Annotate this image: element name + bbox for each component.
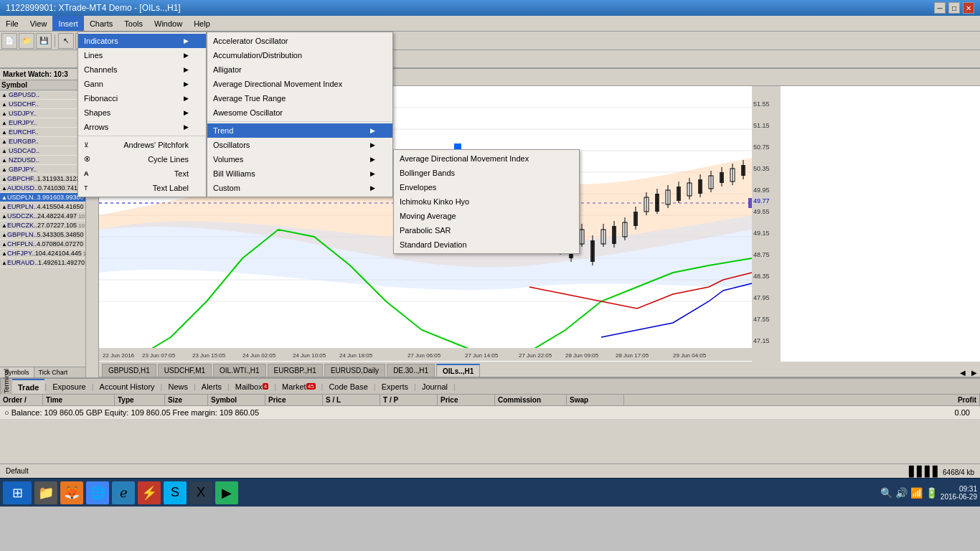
mw-row-chfpln[interactable]: ▲ CHFPLN.. 4.07080 4.07270 10:31:32 [0, 240, 85, 249]
taskbar-skype[interactable]: S [164, 481, 187, 504]
col-time[interactable]: Time [43, 395, 115, 405]
menu-cycle-lines[interactable]: ⦿ Cycle Lines [78, 152, 206, 166]
taskbar-app3[interactable]: ▶ [215, 481, 238, 504]
taskbar-ie[interactable]: ℯ [112, 481, 135, 504]
start-button[interactable]: ⊞ [3, 481, 32, 504]
menu-text-label[interactable]: T Text Label [78, 181, 206, 195]
col-sl[interactable]: S / L [323, 395, 380, 405]
col-size[interactable]: Size [165, 395, 208, 405]
trend-parabolic-sar[interactable]: Parabolic SAR [394, 223, 579, 237]
taskbar-chrome[interactable]: 🌐 [86, 481, 109, 504]
chart-tab-de30[interactable]: DE.30..,H1 [387, 364, 435, 377]
menu-indicators[interactable]: Indicators ▶ [78, 34, 206, 48]
indicator-adx[interactable]: Average Directional Movement Index [207, 77, 392, 91]
mw-row-gbpusd[interactable]: ▲ GBPUSD.. [0, 90, 85, 100]
tab-mailbox[interactable]: Mailbox 4 [230, 379, 274, 394]
taskbar-app2[interactable]: X [189, 481, 212, 504]
open-btn[interactable]: 📁 [19, 33, 34, 49]
menu-channels[interactable]: Channels ▶ [78, 62, 206, 77]
taskbar-app1[interactable]: ⚡ [138, 481, 161, 504]
mw-row-usdcad[interactable]: ▲ USDCAD.. [0, 146, 85, 156]
mw-row-usdpln[interactable]: ▲ USDPLN.. 3.99160 3.99300 10:31:30 [0, 193, 85, 202]
tab-experts[interactable]: Experts [376, 379, 414, 394]
chart-tab-oilwti[interactable]: OIL.WTI.,H1 [213, 364, 266, 377]
mw-row-gbpchf[interactable]: ▲ GBPCHF.. 1.31193 1.31234 10:31:35 [0, 174, 85, 184]
tab-market[interactable]: Market 45 [276, 379, 321, 394]
maximize-button[interactable]: □ [948, 2, 960, 14]
menu-andrews-pitchfork[interactable]: ⊻ Andrews' Pitchfork [78, 138, 206, 152]
indicator-trend[interactable]: Trend ▶ [207, 123, 392, 138]
indicator-custom[interactable]: Custom ▶ [207, 181, 392, 195]
col-tp[interactable]: T / P [380, 395, 438, 405]
tab-codebase[interactable]: Code Base [323, 379, 373, 394]
tab-left-arrow[interactable]: ◀ [957, 369, 969, 377]
mw-row-eurpln[interactable]: ▲ EURPLN.. 4.41550 4.41650 10:31:31 [0, 202, 85, 212]
mw-row-eurjpy[interactable]: ▲ EURJPY.. [0, 118, 85, 128]
tab-alerts[interactable]: Alerts [196, 379, 227, 394]
menu-arrows[interactable]: Arrows ▶ [78, 120, 206, 134]
trend-ma[interactable]: Moving Average [394, 209, 579, 223]
menu-charts[interactable]: Charts [84, 16, 118, 31]
tab-trade[interactable]: Trade [12, 379, 44, 394]
menu-tools[interactable]: Tools [118, 16, 149, 31]
col-profit[interactable]: Profit [624, 395, 980, 405]
indicator-oscillators[interactable]: Oscillators ▶ [207, 138, 392, 152]
col-order[interactable]: Order / [0, 395, 43, 405]
trend-adx[interactable]: Average Directional Movement Index [394, 151, 579, 166]
col-type[interactable]: Type [115, 395, 165, 405]
tab-news[interactable]: News [162, 379, 194, 394]
mw-row-usdchf[interactable]: ▲ USDCHF.. [0, 100, 85, 109]
indicator-accumulation[interactable]: Accumulation/Distribution [207, 48, 392, 62]
taskbar-file-manager[interactable]: 📁 [34, 481, 57, 504]
mw-row-gbppln[interactable]: ▲ GBPPLN.. 5.34330 5.34850 10:30:40 [0, 230, 85, 240]
minimize-button[interactable]: ─ [934, 2, 946, 14]
indicator-bill-williams[interactable]: Bill Williams ▶ [207, 166, 392, 181]
indicator-alligator[interactable]: Alligator [207, 62, 392, 77]
chart-tab-gbpusd[interactable]: GBPUSD,H1 [102, 364, 156, 377]
menu-gann[interactable]: Gann ▶ [78, 77, 206, 91]
chart-tab-usdchf[interactable]: USDCHF,M1 [158, 364, 212, 377]
indicator-awesome[interactable]: Awesome Oscillator [207, 105, 392, 120]
menu-insert[interactable]: Insert [52, 16, 84, 31]
chart-tab-eurusd[interactable]: EURUSD,Daily [324, 364, 385, 377]
taskbar-firefox[interactable]: 🦊 [60, 481, 83, 504]
mw-row-eurgbp[interactable]: ▲ EURGBP.. [0, 137, 85, 146]
menu-shapes[interactable]: Shapes ▶ [78, 105, 206, 120]
mw-row-usdjpy[interactable]: ▲ USDJPY.. [0, 109, 85, 118]
tab-account-history[interactable]: Account History [94, 379, 161, 394]
trend-bollinger[interactable]: Bollinger Bands [394, 166, 579, 180]
tab-tick-chart[interactable]: Tick Chart [34, 367, 72, 377]
menu-fibonacci[interactable]: Fibonacci ▶ [78, 91, 206, 105]
menu-window[interactable]: Window [149, 16, 188, 31]
col-swap[interactable]: Swap [567, 395, 624, 405]
chart-tab-oils[interactable]: OILs..,H1 [436, 364, 480, 377]
mw-row-euraud[interactable]: ▲ EURAUD.. 1.49261 1.49270 10:31:31 [0, 258, 85, 268]
tab-exposure[interactable]: Exposure [47, 379, 91, 394]
mw-row-nzdusd[interactable]: ▲ NZDUSD.. [0, 156, 85, 165]
menu-lines[interactable]: Lines ▶ [78, 48, 206, 62]
tab-journal[interactable]: Journal [416, 379, 453, 394]
col-price2[interactable]: Price [438, 395, 495, 405]
menu-help[interactable]: Help [188, 16, 216, 31]
tab-right-arrow[interactable]: ▶ [969, 369, 980, 377]
menu-text[interactable]: A Text [78, 166, 206, 181]
mw-row-audusd[interactable]: ▲ AUDUSD.. 0.74103 0.74107 10:31:35 [0, 184, 85, 193]
col-symbol[interactable]: Symbol [208, 395, 265, 405]
mw-row-eurchf[interactable]: ▲ EURCHF.. [0, 128, 85, 137]
menu-file[interactable]: File [0, 16, 24, 31]
trend-ichimoku[interactable]: Ichimoku Kinko Hyo [394, 194, 579, 209]
mw-row-eurczk[interactable]: ▲ EURCZK.. 27.072 27.105 10:31:30 [0, 221, 85, 230]
cursor-btn[interactable]: ↖ [58, 33, 74, 49]
mw-row-usdczk[interactable]: ▲ USDCZK.. 24.482 24.497 10:31:28 [0, 212, 85, 221]
indicator-accelerator[interactable]: Accelerator Oscillator [207, 34, 392, 48]
menu-view[interactable]: View [24, 16, 53, 31]
mw-row-chfjpy[interactable]: ▲ CHFJPY.. 104.424 104.445 10:31:36 [0, 249, 85, 258]
col-price[interactable]: Price [265, 395, 323, 405]
mw-row-gbpjpy[interactable]: ▲ GBPJPY.. [0, 165, 85, 174]
trend-stddev[interactable]: Standard Deviation [394, 237, 579, 252]
new-chart-btn[interactable]: 📄 [1, 33, 17, 49]
indicator-atr[interactable]: Average True Range [207, 91, 392, 105]
trend-envelopes[interactable]: Envelopes [394, 180, 579, 194]
close-button[interactable]: ✕ [963, 2, 974, 14]
save-btn[interactable]: 💾 [36, 33, 52, 49]
